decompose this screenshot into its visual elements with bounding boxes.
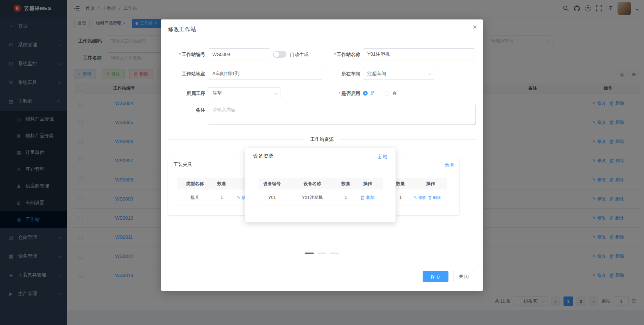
- edit-workstation-dialog: 修改工作站 × *工作站编号 自动生成 *工作站名称 工作站地点 所在车间 注塑…: [161, 19, 483, 291]
- device-col-qty: 数量: [339, 178, 353, 189]
- remark-label: 备注: [161, 104, 205, 116]
- remark-textarea[interactable]: [208, 104, 476, 125]
- device-row-code: Y01: [259, 189, 285, 206]
- radio-no[interactable]: 否: [385, 90, 396, 96]
- carousel-indicator[interactable]: [318, 253, 326, 254]
- fixture-row-qty: 1: [212, 189, 232, 206]
- save-button[interactable]: 保 存: [423, 271, 448, 282]
- resources-divider: 工作站资源: [168, 140, 476, 140]
- close-button[interactable]: 关 闭: [453, 271, 474, 282]
- device-col-action: 操作: [353, 178, 383, 189]
- location-input[interactable]: [208, 68, 322, 80]
- process-select-value: 注塑: [212, 90, 222, 96]
- right-row-delete-link[interactable]: 删除: [428, 195, 441, 200]
- required-asterisk: *: [339, 91, 340, 96]
- enabled-radio-group: 是 否: [363, 87, 396, 99]
- right-row-edit-link[interactable]: ✎修改: [414, 195, 426, 200]
- device-col-code: 设备编号: [259, 178, 285, 189]
- chevron-down-icon: [274, 91, 277, 95]
- workshop-select-value: 注塑车间: [367, 71, 386, 77]
- edit-icon: ✎: [237, 195, 240, 200]
- chevron-down-icon: [428, 72, 431, 75]
- auto-generate-label: 自动生成: [290, 48, 309, 60]
- radio-label: 是: [370, 90, 375, 96]
- device-row-actions: 删除: [353, 189, 383, 206]
- fixture-col-qty: 数量: [212, 178, 232, 189]
- device-popup-title: 设备资源: [253, 153, 273, 159]
- device-add-link[interactable]: 新增: [378, 154, 387, 160]
- device-row-qty: 1: [339, 189, 353, 206]
- fixture-col-type: 类型名称: [181, 178, 208, 189]
- carousel-indicators: [305, 253, 339, 254]
- trash-icon: [361, 196, 365, 200]
- right-row-actions: ✎修改 删除: [414, 189, 450, 206]
- device-row-delete-link[interactable]: 删除: [361, 195, 375, 201]
- fixture-panel-title: 工装夹具: [173, 162, 192, 168]
- required-asterisk: *: [179, 52, 181, 57]
- radio-checked-icon: [363, 91, 368, 96]
- dialog-close-icon[interactable]: ×: [473, 23, 477, 31]
- workshop-select[interactable]: 注塑车间: [363, 68, 434, 80]
- name-input[interactable]: [363, 48, 475, 60]
- process-select[interactable]: 注塑: [208, 87, 280, 99]
- required-asterisk: *: [334, 52, 336, 57]
- right-panel-add-link[interactable]: 新增: [444, 162, 454, 168]
- device-resources-popup: 设备资源 新增 设备编号 设备名称 数量 操作 Y01 Y01注塑机 1 删除: [245, 148, 396, 222]
- dialog-title: 修改工作站: [168, 25, 196, 33]
- edit-icon: ✎: [414, 195, 417, 200]
- name-label: *工作站名称: [316, 48, 360, 61]
- radio-unchecked-icon: [385, 91, 389, 96]
- process-label: 所属工序: [161, 87, 205, 99]
- radio-label: 否: [392, 90, 396, 96]
- code-label: *工作站编号: [161, 48, 205, 61]
- app-root: K 苦糖果MES ◔首页 ⚙系统管理 ⊡系统监控 ⚒系统工具 ▤主数据 ◫物料产…: [0, 0, 644, 325]
- carousel-indicator-active[interactable]: [305, 253, 314, 254]
- auto-generate-toggle[interactable]: [273, 51, 286, 58]
- code-input[interactable]: [208, 48, 270, 60]
- workshop-label: 所在车间: [316, 68, 360, 80]
- enabled-label: *是否启用: [316, 87, 360, 100]
- location-label: 工作站地点: [161, 68, 205, 80]
- fixture-row-type: 模具: [181, 189, 208, 206]
- resources-divider-label: 工作站资源: [304, 137, 340, 143]
- device-col-name: 设备名称: [285, 178, 339, 189]
- trash-icon: [428, 196, 432, 200]
- carousel-indicator[interactable]: [330, 253, 339, 254]
- radio-yes[interactable]: 是: [363, 90, 375, 96]
- right-col-action: 操作: [421, 178, 440, 189]
- device-row-name: Y01注塑机: [285, 189, 339, 206]
